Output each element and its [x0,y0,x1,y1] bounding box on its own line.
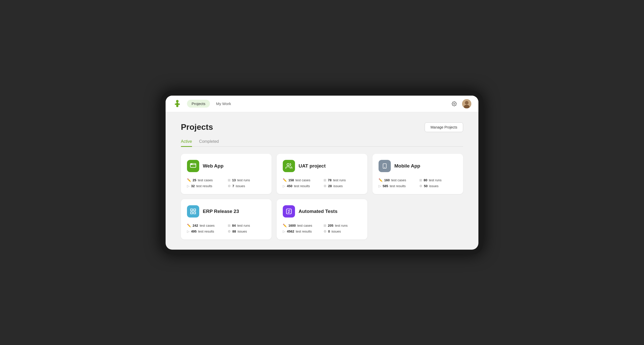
svg-point-9 [191,164,192,164]
page-header: Projects Manage Projects [181,122,463,132]
nav-tabs: Projects My Work [187,100,445,108]
grid-icon-automated: ⊞ [324,224,326,227]
bug-icon: ⚙ [228,184,231,188]
project-icon-erp [187,205,199,218]
grid-icon-uat: ⊞ [324,178,326,182]
card-header-mobile: Mobile App [379,160,457,172]
card-stats-erp: ✏️ 242 test cases ⊞ 84 test runs ▷ 495 [187,224,265,233]
stat-test-runs-mobile: ⊞ 80 test runs [419,178,457,182]
nav-right [450,99,471,108]
card-stats-web-app: ✏️ 25 test cases ⊞ 13 test runs ▷ 32 [187,178,265,188]
svg-rect-18 [286,209,291,214]
project-card-web-app[interactable]: Web App ✏️ 25 test cases ⊞ 13 test runs [181,154,272,194]
stat-test-cases-uat: ✏️ 158 test cases [283,178,320,182]
bug-icon-erp: ⚙ [228,229,231,233]
filter-tab-active[interactable]: Active [181,139,192,146]
stat-issues-mobile: ⚙ 50 issues [419,184,457,188]
project-name-erp: ERP Release 23 [203,209,239,214]
pencil-icon-uat: ✏️ [283,178,287,182]
stat-test-runs-erp: ⊞ 84 test runs [228,224,265,227]
project-card-uat[interactable]: UAT project ✏️ 158 test cases ⊞ 78 test … [277,154,367,194]
stat-test-cases-web-app: ✏️ 25 test cases [187,178,225,182]
project-card-erp[interactable]: ERP Release 23 ✏️ 242 test cases ⊞ 84 te… [181,199,272,239]
svg-rect-15 [194,209,196,211]
svg-rect-2 [175,104,180,105]
filter-tabs: Active Completed [181,139,463,147]
svg-rect-17 [194,212,196,214]
project-icon-mobile [379,160,391,172]
stat-test-runs-web-app: ⊞ 13 test runs [228,178,265,182]
pencil-icon-automated: ✏️ [283,224,287,227]
project-name-uat: UAT project [299,163,326,169]
project-card-automated[interactable]: Automated Tests ✏️ 1600 test cases ⊞ 205… [277,199,367,239]
stat-test-results-automated: ▷ 4562 test results [283,229,320,233]
stat-issues-automated: ⚙ 0 issues [324,229,361,233]
play-icon-uat: ▷ [283,184,285,188]
device-frame: Projects My Work [161,91,483,254]
page-title: Projects [181,122,213,132]
card-stats-automated: ✏️ 1600 test cases ⊞ 205 test runs ▷ 456… [283,224,361,233]
card-stats-mobile: ✏️ 160 test cases ⊞ 80 test runs ▷ 585 [379,178,457,188]
top-nav: Projects My Work [166,96,478,112]
project-icon-automated [283,205,295,218]
stat-issues-erp: ⚙ 88 issues [228,229,265,233]
stat-issues-uat: ⚙ 28 issues [324,184,361,188]
stat-test-results-mobile: ▷ 585 test results [379,184,416,188]
grid-icon: ⊞ [228,178,231,182]
svg-point-3 [454,103,455,104]
pencil-icon: ✏️ [187,178,191,182]
project-icon-web-app [187,160,199,172]
projects-grid: Web App ✏️ 25 test cases ⊞ 13 test runs [181,154,463,239]
play-icon: ▷ [187,184,190,188]
manage-projects-button[interactable]: Manage Projects [425,122,463,132]
svg-point-10 [192,164,192,164]
svg-point-0 [176,100,179,103]
play-icon-mobile: ▷ [379,184,381,188]
main-content: Projects Manage Projects Active Complete… [166,112,478,250]
bug-icon-uat: ⚙ [324,184,327,188]
settings-button[interactable] [450,99,459,108]
nav-tab-mywork[interactable]: My Work [211,100,236,108]
nav-tab-projects[interactable]: Projects [187,100,210,108]
user-avatar[interactable] [462,99,471,108]
project-card-mobile[interactable]: Mobile App ✏️ 160 test cases ⊞ 80 test r… [372,154,463,194]
pencil-icon-mobile: ✏️ [379,178,383,182]
project-name-web-app: Web App [203,163,223,169]
app-logo [173,99,182,108]
card-header-web-app: Web App [187,160,265,172]
project-icon-uat [283,160,295,172]
project-name-automated: Automated Tests [299,209,338,214]
grid-icon-mobile: ⊞ [419,178,422,182]
card-header-automated: Automated Tests [283,205,361,218]
stat-issues-web-app: ⚙ 7 issues [228,184,265,188]
stat-test-runs-automated: ⊞ 205 test runs [324,224,361,227]
stat-test-cases-automated: ✏️ 1600 test cases [283,224,320,227]
stat-test-cases-mobile: ✏️ 160 test cases [379,178,416,182]
svg-rect-14 [191,209,193,211]
stat-test-results-uat: ▷ 450 test results [283,184,320,188]
bug-icon-automated: ⚙ [324,229,327,233]
svg-rect-16 [191,212,193,214]
stat-test-runs-uat: ⊞ 78 test runs [324,178,361,182]
stat-test-results-web-app: ▷ 32 test results [187,184,225,188]
svg-point-11 [287,163,289,166]
app-window: Projects My Work [166,96,478,250]
grid-icon-erp: ⊞ [228,224,231,227]
card-header-erp: ERP Release 23 [187,205,265,218]
play-icon-automated: ▷ [283,229,285,233]
card-header-uat: UAT project [283,160,361,172]
filter-tab-completed[interactable]: Completed [199,139,219,146]
pencil-icon-erp: ✏️ [187,224,191,227]
stat-test-cases-erp: ✏️ 242 test cases [187,224,225,227]
svg-point-5 [465,101,468,105]
project-name-mobile: Mobile App [394,163,420,169]
bug-icon-mobile: ⚙ [419,184,422,188]
play-icon-erp: ▷ [187,229,190,233]
stat-test-results-erp: ▷ 495 test results [187,229,225,233]
card-stats-uat: ✏️ 158 test cases ⊞ 78 test runs ▷ 450 [283,178,361,188]
